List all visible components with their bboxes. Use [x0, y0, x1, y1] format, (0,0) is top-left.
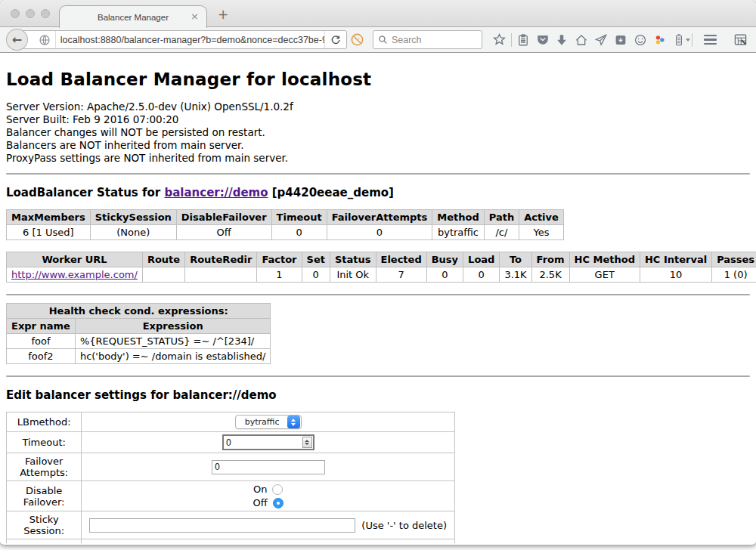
addon-dropdown-caret[interactable] [686, 39, 690, 42]
table-cell: hc('body') =~ /domain is established/ [75, 349, 271, 364]
disable-failover-label: Disable Failover: [7, 481, 82, 511]
form-row-failover-attempts: Failover Attempts: [7, 453, 455, 481]
table-cell: 1 [257, 267, 302, 283]
addon-box-icon[interactable] [611, 29, 631, 51]
url-bar[interactable]: localhost:8880/balancer-manager?b=demo&n… [17, 30, 347, 49]
table-header-cell: Passes [712, 252, 756, 267]
clipboard-icon[interactable] [513, 29, 533, 51]
form-row-lbmethod: LBmethod: bytraffic [7, 412, 455, 432]
table-header-cell: RouteRedir [185, 252, 257, 267]
inherit-note-line: Balancers are NOT inherited from main se… [6, 139, 750, 152]
failover-attempts-input[interactable] [212, 460, 325, 474]
new-tab-button[interactable]: + [218, 8, 228, 21]
tab-title: Balancer Manager [98, 13, 169, 22]
table-cell: 6 [1 Used] [7, 225, 91, 240]
send-icon[interactable] [591, 29, 611, 51]
close-window-button[interactable] [11, 9, 20, 18]
sticky-session-input[interactable] [89, 518, 355, 533]
search-bar[interactable]: Search [373, 30, 482, 49]
edit-settings-heading: Edit balancer settings for balancer://de… [6, 388, 750, 402]
section-divider [6, 375, 750, 377]
table-cell: Yes [519, 225, 564, 240]
status-heading-suffix: [p4420eeae_demo] [268, 186, 394, 199]
table-cell: 10 [640, 267, 711, 283]
title-bar: Balancer Manager × + [0, 0, 756, 27]
table-cell: (None) [90, 225, 176, 240]
table-row: foof2 hc('body') =~ /domain is establish… [7, 349, 271, 364]
home-icon[interactable] [572, 29, 591, 51]
lbmethod-select[interactable]: bytraffic [235, 415, 302, 429]
off-radio-label: Off [253, 497, 268, 508]
disable-failover-off-radio[interactable] [273, 498, 284, 508]
search-icon [378, 35, 388, 45]
table-cell: 3.1K [500, 267, 531, 283]
colors-addon-icon[interactable] [650, 29, 670, 51]
form-row-sticky-session: Sticky Session: (Use '-' to delete) [7, 511, 455, 539]
balancer-status-table: MaxMembers StickySession DisableFailover… [6, 209, 564, 240]
url-text[interactable]: localhost:8880/balancer-manager?b=demo&n… [56, 35, 324, 45]
table-header-cell: Path [484, 210, 519, 225]
minimize-window-button[interactable] [26, 9, 35, 18]
browser-tab[interactable]: Balancer Manager × [59, 5, 207, 28]
table-header-cell: HC Method [569, 252, 640, 267]
globe-icon[interactable] [34, 31, 56, 48]
bookmark-star-icon[interactable] [490, 29, 510, 51]
table-cell: Init Ok [330, 267, 376, 283]
navigation-toolbar: ← localhost:8880/balancer-manager?b=demo… [0, 27, 756, 53]
table-cell: 0 [271, 225, 327, 240]
table-cell: 0 [463, 267, 500, 283]
table-header-row: Health check cond. expressions: [7, 304, 271, 319]
table-header-cell: HC Interval [640, 252, 711, 267]
download-icon[interactable] [553, 29, 572, 51]
table-header-cell: To [500, 252, 531, 267]
table-header-cell: DisableFailover [176, 210, 271, 225]
table-header-row: MaxMembers StickySession DisableFailover… [7, 210, 564, 225]
table-cell [142, 267, 184, 283]
table-cell: %{REQUEST_STATUS} =~ /^[234]/ [75, 334, 271, 349]
zoom-window-button[interactable] [41, 9, 50, 18]
table-header-cell: Status [330, 252, 376, 267]
table-header-cell: Busy [426, 252, 463, 267]
balancer-demo-link[interactable]: balancer://demo [164, 186, 268, 199]
table-cell: 7 [376, 267, 426, 283]
form-row-timeout: Timeout: [7, 432, 455, 453]
add-worker-label: Add New Worker: [7, 539, 82, 544]
proxypass-note-line: ProxyPass settings are NOT inherited fro… [6, 152, 750, 165]
table-header-cell: Expr name [7, 319, 76, 334]
health-check-table: Health check cond. expressions: Expr nam… [6, 303, 271, 364]
menu-icon[interactable] [700, 29, 720, 51]
on-radio-label: On [253, 484, 267, 495]
worker-status-table: Worker URL Route RouteRedir Factor Set S… [6, 252, 756, 283]
reload-icon[interactable] [324, 31, 346, 48]
editor-grid-icon[interactable] [730, 29, 750, 51]
table-header-cell: Factor [257, 252, 302, 267]
block-content-icon[interactable] [347, 29, 367, 51]
table-cell: 2.5K [531, 267, 569, 283]
table-cell: Off [176, 225, 271, 240]
lbmethod-selected-value: bytraffic [245, 417, 280, 427]
window-controls[interactable] [11, 9, 50, 18]
pocket-icon[interactable] [533, 29, 553, 51]
loadbalancer-status-heading: LoadBalancer Status for balancer://demo … [6, 186, 750, 199]
tab-close-icon[interactable]: × [191, 11, 199, 22]
number-spinner-icon[interactable] [302, 437, 312, 448]
table-header-cell: StickySession [90, 210, 176, 225]
disable-failover-on-radio[interactable] [272, 484, 283, 495]
smiley-icon[interactable] [631, 29, 650, 51]
back-button[interactable]: ← [6, 29, 28, 51]
server-built-line: Server Built: Feb 9 2016 07:00:20 [6, 113, 750, 126]
table-cell: foof [7, 334, 76, 349]
browser-window: Balancer Manager × + ← localhost:8880/ba… [0, 0, 756, 545]
table-header-cell: Elected [376, 252, 426, 267]
table-header-cell: Expression [75, 319, 271, 334]
form-row-add-worker: Add New Worker: Are you sure? [7, 539, 455, 544]
failover-attempts-label: Failover Attempts: [7, 453, 82, 481]
form-row-disable-failover: Disable Failover: On Off [7, 481, 455, 511]
toolbar-separator [692, 33, 692, 47]
lbmethod-label: LBmethod: [7, 412, 82, 432]
timeout-input[interactable] [222, 434, 314, 450]
worker-url-link[interactable]: http://www.example.com/ [11, 269, 138, 280]
table-cell: /c/ [484, 225, 519, 240]
table-header-cell: Set [302, 252, 330, 267]
table-cell: GET [569, 267, 640, 283]
